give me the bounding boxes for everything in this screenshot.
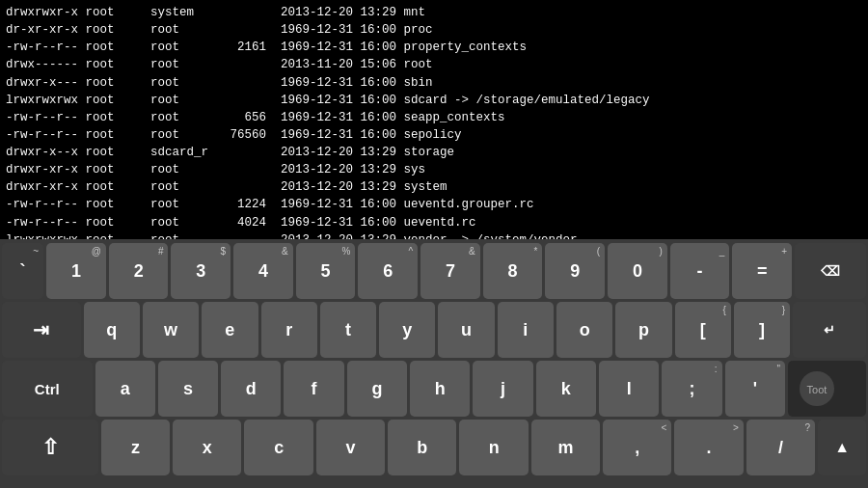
key-c[interactable]: c	[244, 420, 312, 475]
key-6[interactable]: ^6	[358, 243, 418, 299]
key-y[interactable]: y	[379, 302, 435, 358]
key-1[interactable]: @1	[46, 243, 106, 299]
key-z[interactable]: z	[101, 420, 170, 475]
key-h[interactable]: h	[410, 361, 470, 417]
key-8[interactable]: *8	[483, 243, 543, 299]
key-w[interactable]: w	[143, 302, 199, 358]
key-semicolon[interactable]: :;	[662, 361, 721, 417]
key-0[interactable]: )0	[608, 243, 667, 299]
key-5[interactable]: %5	[296, 243, 356, 299]
key-i[interactable]: i	[498, 302, 554, 358]
key-period[interactable]: >.	[674, 420, 743, 475]
keyboard-row-3: Ctrl a s d f g h j k l :; "' Toot	[2, 361, 866, 417]
key-9[interactable]: (9	[545, 243, 605, 299]
key-q[interactable]: q	[84, 302, 140, 358]
key-quote[interactable]: "'	[725, 361, 785, 417]
key-slash[interactable]: ?/	[746, 420, 815, 475]
key-p[interactable]: p	[615, 302, 671, 358]
key-a[interactable]: a	[95, 361, 155, 417]
keyboard: ~ ` @1 #2 $3 &4 %5 ^6 &7 *8 (9 )0 _- += …	[0, 239, 868, 488]
key-t[interactable]: t	[320, 302, 376, 358]
key-backspace[interactable]: ⌫	[795, 243, 866, 299]
key-j[interactable]: j	[473, 361, 532, 417]
key-ctrl[interactable]: Ctrl	[2, 361, 92, 417]
key-4[interactable]: &4	[233, 243, 293, 299]
key-f[interactable]: f	[284, 361, 343, 417]
key-minus[interactable]: _-	[670, 243, 730, 299]
key-b[interactable]: b	[388, 420, 456, 475]
key-g[interactable]: g	[347, 361, 407, 417]
svg-text:Toot: Toot	[807, 384, 827, 395]
key-u[interactable]: u	[438, 302, 494, 358]
key-l[interactable]: l	[599, 361, 659, 417]
key-triangle[interactable]: ▲	[818, 420, 866, 475]
key-s[interactable]: s	[158, 361, 218, 417]
key-enter[interactable]: ↵	[793, 302, 866, 358]
keyboard-row-4: ⇧ z x c v b n m <, >. ?/ ▲	[2, 420, 866, 475]
key-comma[interactable]: <,	[603, 420, 671, 475]
key-rbracket[interactable]: }]	[734, 302, 790, 358]
key-3[interactable]: $3	[171, 243, 231, 299]
key-o[interactable]: o	[556, 302, 612, 358]
key-7[interactable]: &7	[420, 243, 480, 299]
keyboard-row-1: ~ ` @1 #2 $3 &4 %5 ^6 &7 *8 (9 )0 _- += …	[2, 243, 866, 299]
key-v[interactable]: v	[316, 420, 385, 475]
key-lbracket[interactable]: {[	[675, 302, 731, 358]
key-k[interactable]: k	[536, 361, 596, 417]
key-shift-left[interactable]: ⇧	[2, 420, 98, 475]
key-n[interactable]: n	[459, 420, 528, 475]
key-m[interactable]: m	[531, 420, 600, 475]
key-tab[interactable]: ⇥	[2, 302, 81, 358]
key-x[interactable]: x	[173, 420, 241, 475]
key-r[interactable]: r	[261, 302, 317, 358]
terminal-output: drwxrwxr-x root system 2013-12-20 13:29 …	[0, 0, 868, 239]
keyboard-row-2: ⇥ q w e r t y u i o p {[ }] ↵	[2, 302, 866, 358]
key-e[interactable]: e	[202, 302, 258, 358]
toot-badge-row3: Toot	[788, 361, 866, 417]
key-2[interactable]: #2	[109, 243, 169, 299]
key-d[interactable]: d	[221, 361, 281, 417]
key-equals[interactable]: +=	[732, 243, 792, 299]
key-backtick[interactable]: ~ `	[2, 243, 43, 299]
